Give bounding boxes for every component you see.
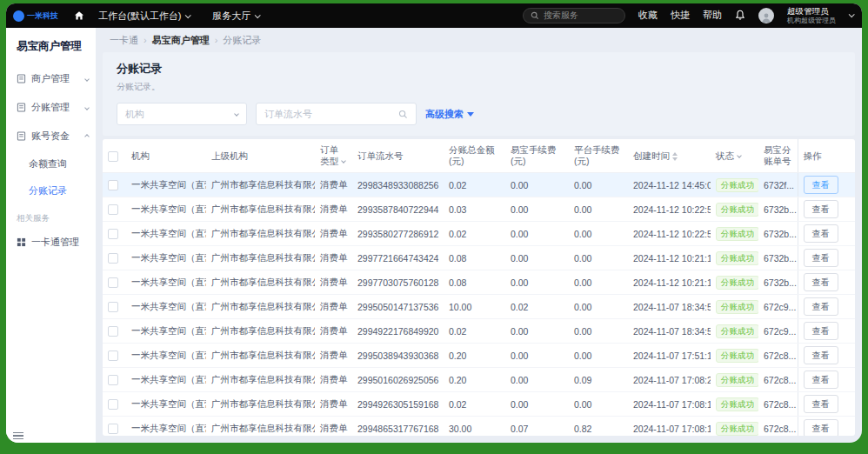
status-badge: 分账成功 (716, 324, 758, 338)
org-cell: 一米共享空间（直营） (126, 295, 206, 319)
brand-logo[interactable]: 一米科技 (13, 10, 58, 22)
order-no-cell: 2993587840722944 (352, 197, 444, 222)
row-checkbox[interactable] (108, 399, 118, 410)
status-badge: 分账成功 (716, 276, 758, 290)
column-header: 易宝手续费(元) (505, 139, 569, 173)
row-checkbox[interactable] (108, 351, 118, 361)
sidebar-item-account-funds[interactable]: 账号资金 (6, 122, 96, 150)
column-header-label: 易宝手续费(元) (511, 144, 557, 166)
row-checkbox[interactable] (108, 229, 118, 239)
row-checkbox[interactable] (108, 326, 118, 337)
yeepay-fee-cell: 0.07 (505, 417, 569, 436)
org-cell: 一米共享空间（直营） (126, 197, 206, 222)
org-select-placeholder: 机构 (125, 108, 144, 121)
sidebar-item-split-mgmt[interactable]: 分账管理 (6, 93, 96, 122)
view-button[interactable]: 查看 (804, 297, 838, 316)
document-icon (17, 74, 26, 83)
user-name: 超级管理员 (787, 7, 836, 17)
column-header[interactable]: 订单类型 (315, 139, 352, 173)
order-no-cell: 2995050147137536 (352, 295, 444, 319)
view-button[interactable]: 查看 (804, 249, 838, 267)
row-checkbox[interactable] (108, 302, 118, 312)
column-header-label: 操作 (804, 150, 822, 161)
total-amount-cell: 30.00 (444, 417, 505, 436)
split-no-cell: 672c8... (758, 392, 798, 417)
favorites-link[interactable]: 收藏 (638, 9, 658, 22)
home-icon[interactable] (74, 10, 84, 21)
view-button[interactable]: 查看 (804, 224, 838, 243)
status-badge: 分账成功 (716, 251, 758, 265)
column-header-label: 上级机构 (211, 150, 248, 161)
view-button[interactable]: 查看 (804, 419, 838, 436)
column-header: 操作 (798, 139, 855, 173)
chevron-down-icon (255, 12, 261, 18)
total-amount-cell: 0.20 (444, 344, 505, 368)
select-all-checkbox[interactable] (108, 151, 118, 162)
column-header[interactable]: 状态 (711, 139, 758, 173)
created-time-cell: 2024-11-07 18:34:58 (628, 295, 711, 319)
row-checkbox[interactable] (108, 424, 118, 434)
user-info[interactable]: 超级管理员 机构超级管理员 (787, 7, 836, 24)
sort-icon[interactable] (672, 152, 678, 161)
yeepay-fee-cell: 0.00 (505, 173, 569, 197)
split-no-cell: 672c9... (758, 295, 798, 319)
chevron-down-icon (185, 12, 191, 18)
status-badge: 分账成功 (716, 203, 758, 217)
service-hall-menu[interactable]: 服务大厅 (212, 10, 259, 23)
search-icon (398, 110, 408, 119)
view-button[interactable]: 查看 (804, 273, 838, 291)
parent-org-cell: 广州市都享信息科技有限公司 (206, 270, 315, 295)
view-button[interactable]: 查看 (804, 176, 838, 194)
yeepay-fee-cell: 0.00 (505, 246, 569, 270)
order-type-cell: 消费单 (315, 173, 352, 197)
split-no-cell: 6732b... (758, 246, 798, 270)
split-no-cell: 6732b... (758, 222, 798, 246)
advanced-search-link[interactable]: 高级搜索 (425, 108, 474, 121)
sidebar-collapse-icon[interactable] (13, 431, 23, 442)
shortcuts-link[interactable]: 快捷 (671, 9, 690, 22)
row-checkbox[interactable] (108, 180, 118, 190)
row-checkbox[interactable] (108, 253, 118, 264)
parent-org-cell: 广州市都享信息科技有限公司 (206, 197, 315, 222)
total-amount-cell: 0.08 (444, 246, 505, 270)
view-button[interactable]: 查看 (804, 395, 838, 413)
view-button[interactable]: 查看 (804, 371, 838, 389)
view-button[interactable]: 查看 (804, 322, 838, 340)
sidebar-title: 易宝商户管理 (6, 28, 96, 64)
order-no-input[interactable] (264, 109, 393, 119)
help-link[interactable]: 帮助 (703, 9, 722, 22)
sidebar-item-split-records[interactable]: 分账记录 (6, 177, 96, 204)
breadcrumb-item[interactable]: 一卡通 (110, 34, 138, 47)
sidebar-item-balance-query[interactable]: 余额查询 (6, 150, 96, 177)
sidebar-item-onecard-mgmt[interactable]: 一卡通管理 (6, 228, 96, 257)
service-search-box[interactable] (523, 8, 625, 23)
view-button[interactable]: 查看 (804, 200, 838, 218)
service-hall-label: 服务大厅 (212, 10, 250, 23)
row-checkbox[interactable] (108, 277, 118, 288)
created-time-cell: 2024-11-07 17:08:20 (628, 368, 711, 392)
view-button[interactable]: 查看 (804, 346, 838, 364)
column-header-label: 易宝分账单号 (764, 144, 791, 166)
page-subtitle: 分账记录。 (117, 81, 841, 93)
workspace-menu[interactable]: 工作台(默认工作台) (98, 10, 190, 23)
service-search-input[interactable] (544, 10, 613, 20)
table-row: 一米共享空间（直营）广州市都享信息科技有限公司消费单29983489330882… (103, 173, 855, 197)
org-cell: 一米共享空间（直营） (126, 319, 206, 344)
user-role: 机构超级管理员 (787, 17, 836, 24)
sidebar-item-merchant-mgmt[interactable]: 商户管理 (6, 64, 96, 93)
column-header[interactable]: 创建时间 (628, 139, 711, 173)
logo-text: 一米科技 (27, 10, 58, 22)
chevron-down-icon (84, 77, 90, 82)
order-no-cell: 2997721664743424 (352, 246, 444, 270)
row-checkbox[interactable] (108, 204, 118, 215)
column-header-label: 订单流水号 (357, 150, 404, 161)
user-avatar[interactable] (758, 8, 774, 23)
sidebar-item-label: 分账管理 (31, 101, 80, 114)
breadcrumb-item[interactable]: 易宝商户管理 (152, 34, 210, 47)
org-select[interactable]: 机构 (117, 103, 247, 125)
chevron-up-icon (84, 134, 90, 139)
bell-icon[interactable] (735, 10, 745, 21)
order-no-cell: 2994922176849920 (352, 319, 444, 344)
main-content: 一卡通 › 易宝商户管理 › 分账记录 分账记录 分账记录。 机构 (96, 28, 862, 443)
row-checkbox[interactable] (108, 375, 118, 385)
